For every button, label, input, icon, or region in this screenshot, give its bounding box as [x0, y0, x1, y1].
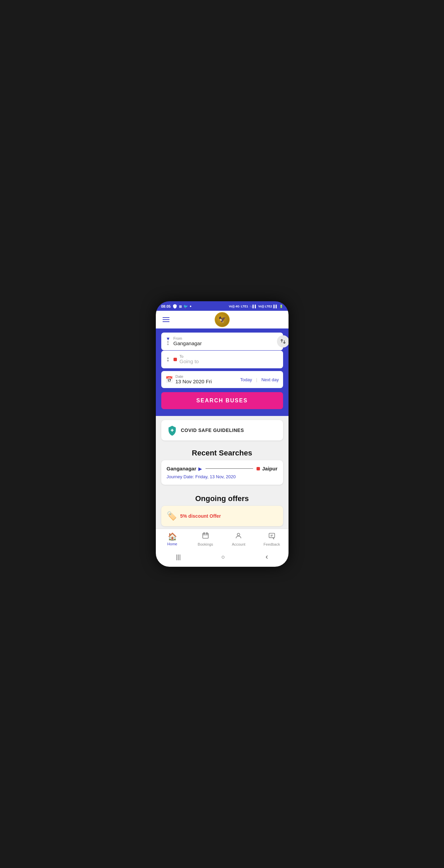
date-label: Date — [176, 374, 238, 379]
time-display: 08:05 — [161, 304, 171, 308]
dot-indicator: • — [190, 304, 192, 309]
calendar-icon: 📅 — [165, 376, 173, 383]
date-links: Today | Next day — [240, 377, 279, 382]
offer-text: 5% discount Offer — [180, 513, 221, 519]
phone-shell: 08:05 ⊞ 🐦 • Vo)) 4G LTE1 ↑↓▌▌ Vo)) LTE2 … — [156, 301, 289, 567]
to-icon-col — [165, 357, 171, 361]
signal-info: Vo)) 4G — [229, 305, 240, 308]
from-input-card[interactable]: From Ganganagar — [161, 333, 283, 350]
to-dot-1 — [167, 357, 169, 359]
from-label: From — [174, 336, 202, 340]
from-dot-icon — [167, 338, 169, 340]
date-card[interactable]: 📅 Date 13 Nov 2020 Fri Today | Next day — [161, 371, 283, 388]
lte2-label: Vo)) LTE2 — [258, 305, 272, 308]
from-icon-col — [165, 338, 171, 345]
feedback-svg-icon — [268, 532, 276, 540]
date-divider: | — [256, 377, 257, 382]
from-dot-small-2 — [167, 343, 169, 345]
from-value: Ganganagar — [174, 340, 202, 346]
route-to: Jaipur — [262, 466, 277, 471]
signal-bars-1: ↑↓▌▌ — [249, 305, 257, 308]
offer-icon: 🏷️ — [167, 511, 177, 521]
shield-plus-icon — [167, 425, 178, 436]
svg-point-3 — [237, 533, 240, 535]
offer-card[interactable]: 🏷️ 5% discount Offer — [161, 506, 283, 526]
home-label: Home — [167, 542, 177, 546]
main-content: COVID SAFE GUIDELINES Recent Searches Ga… — [156, 416, 289, 529]
status-left: 08:05 ⊞ 🐦 • — [161, 304, 192, 309]
nav-feedback[interactable]: Feedback — [255, 529, 289, 548]
shield-icon — [172, 304, 177, 309]
hamburger-line-2 — [163, 319, 169, 320]
bottom-nav: 🏠 Home Bookings Account — [156, 529, 289, 548]
feedback-label: Feedback — [264, 542, 280, 546]
search-buses-button[interactable]: SEARCH BUSES — [161, 392, 283, 409]
battery-icon: 🔋 — [279, 305, 283, 308]
home-icon: 🏠 — [168, 532, 177, 541]
nav-bookings[interactable]: Bookings — [189, 529, 222, 548]
svg-rect-1 — [203, 532, 204, 534]
recent-search-card[interactable]: Ganganagar ▶ Jaipur Journey Date: Friday… — [161, 460, 283, 485]
covid-banner[interactable]: COVID SAFE GUIDELINES — [161, 420, 283, 440]
feedback-icon — [268, 532, 276, 542]
nav-account[interactable]: Account — [222, 529, 256, 548]
account-svg-icon — [235, 532, 242, 540]
bookings-icon — [202, 532, 209, 542]
signal-bars-2: ▌▌ — [274, 305, 278, 308]
recent-searches-title: Recent Searches — [156, 445, 289, 460]
status-right: Vo)) 4G LTE1 ↑↓▌▌ Vo)) LTE2 ▌▌ 🔋 — [229, 305, 283, 308]
from-dot-small-1 — [167, 341, 169, 343]
logo-circle: 🦅 — [215, 312, 230, 327]
back-button[interactable]: ‹ — [260, 551, 274, 563]
route-arrow-icon: ▶ — [198, 466, 202, 471]
home-button[interactable]: ○ — [216, 552, 230, 562]
hamburger-line-1 — [163, 317, 169, 318]
to-input-card[interactable]: To Going to — [161, 351, 283, 368]
from-input-content: From Ganganagar — [174, 336, 202, 347]
to-placeholder: Going to — [180, 358, 199, 364]
account-icon — [235, 532, 242, 542]
nav-home[interactable]: 🏠 Home — [156, 529, 189, 548]
to-dot-2 — [167, 360, 169, 361]
today-button[interactable]: Today — [240, 377, 252, 382]
next-day-button[interactable]: Next day — [261, 377, 279, 382]
ongoing-offers-title: Ongoing offers — [156, 490, 289, 506]
date-info: Date 13 Nov 2020 Fri — [176, 374, 238, 385]
status-bar: 08:05 ⊞ 🐦 • Vo)) 4G LTE1 ↑↓▌▌ Vo)) LTE2 … — [156, 301, 289, 311]
to-red-marker-icon — [174, 358, 177, 361]
search-section: From Ganganagar To — [156, 328, 289, 416]
from-to-inputs: From Ganganagar To — [161, 333, 283, 368]
swap-button[interactable] — [277, 335, 289, 348]
route-line — [205, 468, 253, 469]
menu-button[interactable] — [161, 316, 171, 323]
bookings-label: Bookings — [198, 542, 213, 546]
lte1-label: LTE1 — [241, 305, 248, 308]
destination-marker-icon — [257, 467, 260, 470]
route-row: Ganganagar ▶ Jaipur — [167, 466, 278, 471]
to-input-content: To Going to — [180, 354, 199, 365]
app-header: 🦅 — [156, 311, 289, 328]
account-label: Account — [232, 542, 245, 546]
bookings-svg-icon — [202, 532, 209, 540]
twitter-icon: 🐦 — [183, 304, 188, 309]
route-from: Ganganagar — [167, 466, 197, 471]
swap-icon — [280, 338, 286, 344]
covid-shield-icon — [167, 425, 178, 436]
to-label: To — [180, 354, 199, 358]
journey-date: Journey Date: Friday, 13 Nov, 2020 — [167, 474, 278, 479]
covid-text: COVID SAFE GUIDELINES — [181, 428, 244, 433]
recents-button[interactable]: ||| — [170, 552, 186, 562]
app-logo: 🦅 — [215, 312, 230, 327]
date-value: 13 Nov 2020 Fri — [176, 379, 212, 384]
hamburger-line-3 — [163, 321, 169, 322]
system-nav: ||| ○ ‹ — [156, 548, 289, 567]
logo-bird-icon: 🦅 — [218, 316, 226, 323]
ongoing-offers-section: Ongoing offers 🏷️ 5% discount Offer — [156, 489, 289, 529]
svg-rect-2 — [207, 532, 208, 534]
amazon-icon: ⊞ — [179, 305, 182, 308]
